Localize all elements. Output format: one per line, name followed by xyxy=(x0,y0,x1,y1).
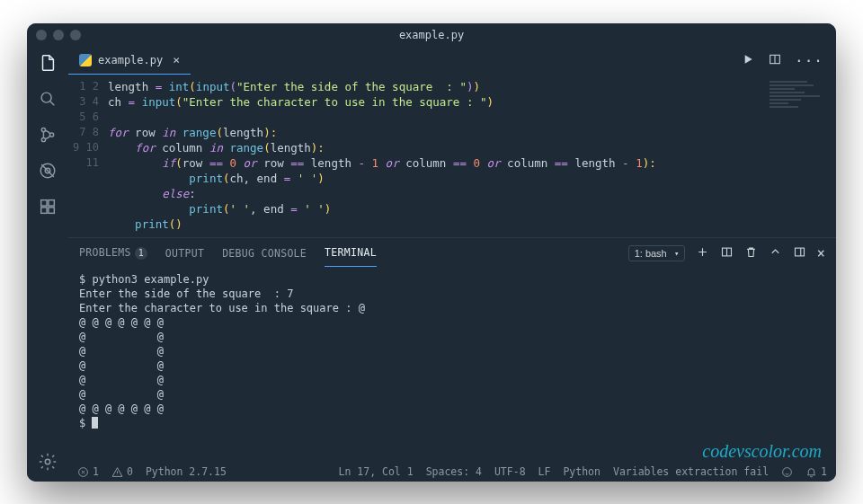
extensions-icon[interactable] xyxy=(37,196,58,217)
search-icon[interactable] xyxy=(37,88,58,110)
tab-problems[interactable]: PROBLEMS1 xyxy=(79,239,147,267)
status-eol[interactable]: LF xyxy=(538,465,551,478)
bottom-panel: PROBLEMS1 OUTPUT DEBUG CONSOLE TERMINAL … xyxy=(68,237,836,462)
window-title: example.py xyxy=(27,29,836,41)
activity-bar xyxy=(27,47,68,482)
editor-window: example.py xyxy=(27,23,836,482)
svg-rect-13 xyxy=(795,248,804,256)
explorer-icon[interactable] xyxy=(37,52,58,74)
split-editor-icon[interactable] xyxy=(768,52,782,69)
more-actions-icon[interactable]: ··· xyxy=(795,52,823,69)
tab-output[interactable]: OUTPUT xyxy=(165,240,204,267)
python-file-icon xyxy=(79,54,92,66)
status-encoding[interactable]: UTF-8 xyxy=(494,465,526,478)
kill-terminal-icon[interactable] xyxy=(744,245,758,261)
svg-rect-6 xyxy=(41,199,47,205)
svg-point-3 xyxy=(49,132,53,136)
svg-point-2 xyxy=(41,137,45,141)
tab-debug-console[interactable]: DEBUG CONSOLE xyxy=(222,240,307,267)
status-python-version[interactable]: Python 2.7.15 xyxy=(146,465,227,478)
close-panel-icon[interactable]: × xyxy=(817,245,825,261)
source-control-icon[interactable] xyxy=(37,124,58,146)
main-area: example.py × ··· 1 2 3 4 5 6 7 8 9 10 11… xyxy=(68,47,836,482)
svg-point-10 xyxy=(45,459,50,464)
watermark: codevscolor.com xyxy=(702,444,822,458)
terminal-selector[interactable]: 1: bash xyxy=(628,245,685,261)
problems-badge: 1 xyxy=(135,247,147,260)
tab-label: example.py xyxy=(98,54,163,66)
svg-point-0 xyxy=(41,93,51,102)
svg-point-1 xyxy=(41,128,45,131)
tab-bar: example.py × ··· xyxy=(68,47,836,75)
terminal-output[interactable]: $ python3 example.py Enter the side of t… xyxy=(68,269,836,462)
status-indent[interactable]: Spaces: 4 xyxy=(426,465,482,478)
terminal-cursor xyxy=(92,417,98,429)
titlebar: example.py xyxy=(27,23,836,47)
run-icon[interactable] xyxy=(741,52,755,69)
svg-rect-9 xyxy=(49,207,54,212)
window-body: example.py × ··· 1 2 3 4 5 6 7 8 9 10 11… xyxy=(27,47,836,482)
new-terminal-icon[interactable] xyxy=(696,245,709,261)
status-cursor-position[interactable]: Ln 17, Col 1 xyxy=(339,465,414,478)
status-language[interactable]: Python xyxy=(563,465,601,478)
status-lint[interactable]: Variables extraction fail xyxy=(613,465,769,478)
toggle-panel-icon[interactable] xyxy=(793,245,806,261)
code-content[interactable]: length = int(input("Enter the side of th… xyxy=(108,79,836,232)
panel-actions: 1: bash × xyxy=(628,245,825,261)
panel-tab-bar: PROBLEMS1 OUTPUT DEBUG CONSOLE TERMINAL … xyxy=(68,238,836,269)
status-notifications[interactable]: 1 xyxy=(805,465,827,478)
settings-gear-icon[interactable] xyxy=(37,451,58,473)
svg-rect-7 xyxy=(49,199,54,205)
tab-example-py[interactable]: example.py × xyxy=(68,47,191,75)
split-terminal-icon[interactable] xyxy=(720,245,734,261)
status-feedback-icon[interactable] xyxy=(781,466,793,478)
svg-rect-8 xyxy=(41,207,47,212)
svg-point-15 xyxy=(783,467,792,476)
status-errors[interactable]: 1 xyxy=(77,465,99,478)
tab-terminal[interactable]: TERMINAL xyxy=(325,239,377,267)
close-icon[interactable]: × xyxy=(173,53,180,66)
status-warnings[interactable]: 0 xyxy=(111,465,133,478)
status-bar: 1 0 Python 2.7.15 Ln 17, Col 1 Spaces: 4… xyxy=(68,462,836,482)
tab-actions: ··· xyxy=(741,47,836,75)
code-editor[interactable]: 1 2 3 4 5 6 7 8 9 10 11 length = int(inp… xyxy=(68,75,836,237)
maximize-panel-icon[interactable] xyxy=(769,245,782,261)
line-number-gutter: 1 2 3 4 5 6 7 8 9 10 11 xyxy=(68,79,108,232)
debug-icon[interactable] xyxy=(37,160,58,181)
